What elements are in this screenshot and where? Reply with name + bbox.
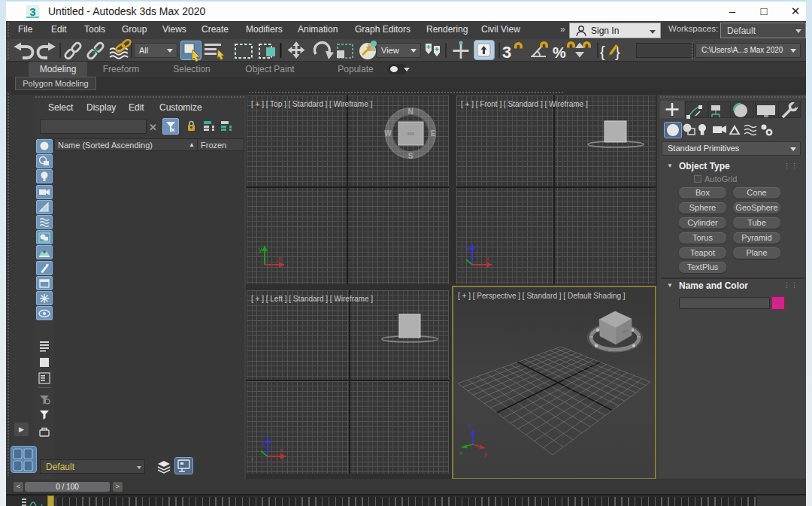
svg-text:x: x (278, 255, 282, 262)
svg-text:3: 3 (502, 43, 511, 62)
svg-text:N: N (408, 108, 413, 116)
svg-text:%: % (553, 44, 566, 61)
svg-text:z: z (468, 422, 471, 429)
svg-text:E: E (431, 129, 436, 138)
svg-text:360: 360 (407, 132, 415, 136)
svg-text:W: W (384, 129, 392, 138)
svg-text:y: y (259, 246, 262, 253)
svg-text:x: x (280, 447, 283, 454)
svg-text:x: x (251, 456, 254, 462)
svg-text:z: z (262, 439, 265, 447)
svg-text:x: x (459, 450, 462, 456)
svg-text:S: S (408, 152, 414, 160)
svg-text:z: z (466, 246, 470, 253)
svg-text:y: y (484, 450, 487, 457)
svg-text:{: { (600, 44, 605, 60)
svg-text:x: x (486, 255, 489, 262)
